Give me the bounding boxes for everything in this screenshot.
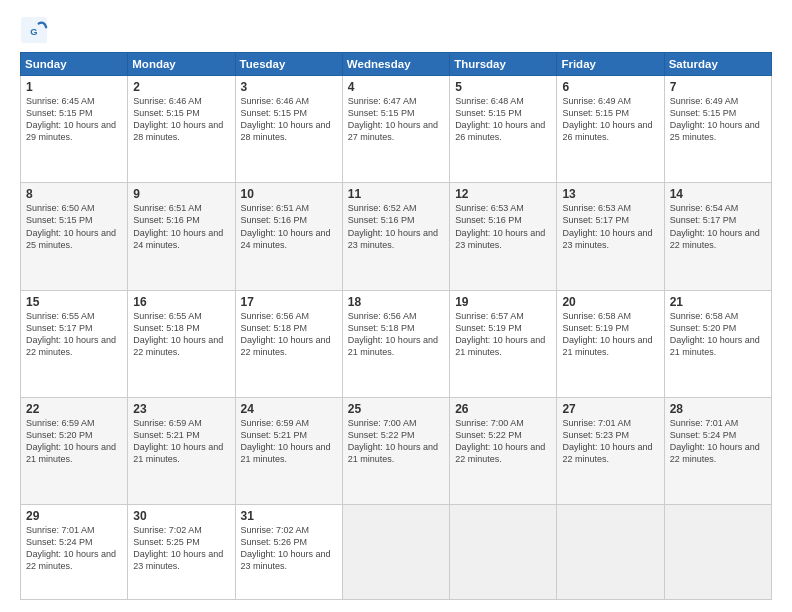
day-cell-4: 4Sunrise: 6:47 AMSunset: 5:15 PMDaylight… [342, 76, 449, 183]
day-cell-13: 13Sunrise: 6:53 AMSunset: 5:17 PMDayligh… [557, 183, 664, 290]
logo: G [20, 16, 52, 44]
logo-icon: G [20, 16, 48, 44]
day-cell-25: 25Sunrise: 7:00 AMSunset: 5:22 PMDayligh… [342, 397, 449, 504]
day-cell-29: 29Sunrise: 7:01 AMSunset: 5:24 PMDayligh… [21, 505, 128, 600]
day-cell-11: 11Sunrise: 6:52 AMSunset: 5:16 PMDayligh… [342, 183, 449, 290]
header-wednesday: Wednesday [342, 53, 449, 76]
weekday-header-row: Sunday Monday Tuesday Wednesday Thursday… [21, 53, 772, 76]
calendar-week-row: 29Sunrise: 7:01 AMSunset: 5:24 PMDayligh… [21, 505, 772, 600]
empty-cell [342, 505, 449, 600]
day-cell-18: 18Sunrise: 6:56 AMSunset: 5:18 PMDayligh… [342, 290, 449, 397]
calendar-week-row: 22Sunrise: 6:59 AMSunset: 5:20 PMDayligh… [21, 397, 772, 504]
header-sunday: Sunday [21, 53, 128, 76]
day-cell-14: 14Sunrise: 6:54 AMSunset: 5:17 PMDayligh… [664, 183, 771, 290]
day-cell-1: 1Sunrise: 6:45 AMSunset: 5:15 PMDaylight… [21, 76, 128, 183]
day-cell-22: 22Sunrise: 6:59 AMSunset: 5:20 PMDayligh… [21, 397, 128, 504]
day-cell-26: 26Sunrise: 7:00 AMSunset: 5:22 PMDayligh… [450, 397, 557, 504]
day-cell-5: 5Sunrise: 6:48 AMSunset: 5:15 PMDaylight… [450, 76, 557, 183]
calendar-page: G Sunday Monday Tuesday Wednesday Thursd… [0, 0, 792, 612]
svg-text:G: G [30, 27, 37, 37]
header-tuesday: Tuesday [235, 53, 342, 76]
calendar-week-row: 1Sunrise: 6:45 AMSunset: 5:15 PMDaylight… [21, 76, 772, 183]
header-friday: Friday [557, 53, 664, 76]
day-cell-27: 27Sunrise: 7:01 AMSunset: 5:23 PMDayligh… [557, 397, 664, 504]
day-cell-8: 8Sunrise: 6:50 AMSunset: 5:15 PMDaylight… [21, 183, 128, 290]
day-cell-28: 28Sunrise: 7:01 AMSunset: 5:24 PMDayligh… [664, 397, 771, 504]
day-cell-17: 17Sunrise: 6:56 AMSunset: 5:18 PMDayligh… [235, 290, 342, 397]
header-saturday: Saturday [664, 53, 771, 76]
day-cell-2: 2Sunrise: 6:46 AMSunset: 5:15 PMDaylight… [128, 76, 235, 183]
empty-cell [450, 505, 557, 600]
day-cell-31: 31Sunrise: 7:02 AMSunset: 5:26 PMDayligh… [235, 505, 342, 600]
day-cell-20: 20Sunrise: 6:58 AMSunset: 5:19 PMDayligh… [557, 290, 664, 397]
empty-cell [664, 505, 771, 600]
calendar-week-row: 8Sunrise: 6:50 AMSunset: 5:15 PMDaylight… [21, 183, 772, 290]
day-cell-6: 6Sunrise: 6:49 AMSunset: 5:15 PMDaylight… [557, 76, 664, 183]
day-cell-3: 3Sunrise: 6:46 AMSunset: 5:15 PMDaylight… [235, 76, 342, 183]
day-cell-10: 10Sunrise: 6:51 AMSunset: 5:16 PMDayligh… [235, 183, 342, 290]
day-cell-21: 21Sunrise: 6:58 AMSunset: 5:20 PMDayligh… [664, 290, 771, 397]
calendar-table: Sunday Monday Tuesday Wednesday Thursday… [20, 52, 772, 600]
day-cell-16: 16Sunrise: 6:55 AMSunset: 5:18 PMDayligh… [128, 290, 235, 397]
empty-cell [557, 505, 664, 600]
day-cell-7: 7Sunrise: 6:49 AMSunset: 5:15 PMDaylight… [664, 76, 771, 183]
day-cell-30: 30Sunrise: 7:02 AMSunset: 5:25 PMDayligh… [128, 505, 235, 600]
header: G [20, 16, 772, 44]
day-cell-23: 23Sunrise: 6:59 AMSunset: 5:21 PMDayligh… [128, 397, 235, 504]
day-cell-12: 12Sunrise: 6:53 AMSunset: 5:16 PMDayligh… [450, 183, 557, 290]
day-cell-19: 19Sunrise: 6:57 AMSunset: 5:19 PMDayligh… [450, 290, 557, 397]
header-monday: Monday [128, 53, 235, 76]
day-cell-24: 24Sunrise: 6:59 AMSunset: 5:21 PMDayligh… [235, 397, 342, 504]
day-cell-15: 15Sunrise: 6:55 AMSunset: 5:17 PMDayligh… [21, 290, 128, 397]
day-cell-9: 9Sunrise: 6:51 AMSunset: 5:16 PMDaylight… [128, 183, 235, 290]
calendar-week-row: 15Sunrise: 6:55 AMSunset: 5:17 PMDayligh… [21, 290, 772, 397]
header-thursday: Thursday [450, 53, 557, 76]
